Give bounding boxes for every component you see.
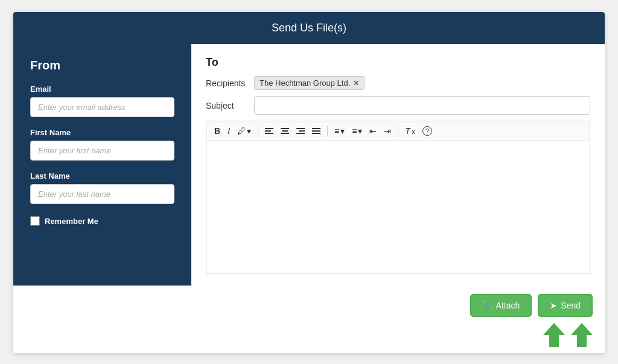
- clear-format-icon: T: [405, 126, 410, 136]
- italic-button[interactable]: I: [225, 124, 233, 138]
- recipients-row: Recipients The Hechtman Group Ltd. ✕: [206, 76, 590, 90]
- highlight-icon: 🖊: [237, 126, 246, 136]
- page-header: Send Us File(s): [13, 12, 605, 44]
- highlight-button[interactable]: 🖊 ▾: [234, 124, 254, 138]
- send-arrow-indicator: [571, 323, 593, 347]
- bold-button[interactable]: B: [211, 124, 223, 138]
- from-title: From: [30, 59, 174, 72]
- body-area: From Email First Name Last Name Remember…: [13, 44, 605, 286]
- attach-label: Attach: [496, 301, 520, 310]
- clear-format-sub: x: [412, 127, 415, 135]
- remove-recipient-button[interactable]: ✕: [353, 79, 359, 88]
- align-justify-icon: [312, 127, 320, 135]
- to-title: To: [206, 56, 590, 69]
- bottom-bar: 📎 Attach ➤ Send: [13, 286, 605, 323]
- arrow-indicators: [13, 323, 605, 353]
- outdent-icon: ⇤: [369, 126, 377, 136]
- recipient-name: The Hechtman Group Ltd.: [260, 78, 350, 88]
- separator-3: [398, 126, 398, 136]
- from-panel: From Email First Name Last Name Remember…: [13, 44, 191, 286]
- indent-icon: ⇥: [384, 126, 391, 136]
- subject-input[interactable]: [254, 96, 590, 115]
- subject-row: Subject: [206, 96, 590, 115]
- send-label: Send: [561, 301, 581, 310]
- help-button[interactable]: ?: [419, 124, 435, 138]
- first-name-input[interactable]: [30, 141, 174, 161]
- ordered-list-dropdown-icon: ▾: [358, 126, 362, 136]
- send-button[interactable]: ➤ Send: [538, 294, 593, 317]
- page-title: Send Us File(s): [272, 22, 346, 34]
- separator-2: [327, 126, 328, 136]
- unordered-list-button[interactable]: ≡ ▾: [331, 124, 348, 138]
- message-editor[interactable]: [206, 141, 590, 273]
- align-center-icon: [281, 127, 289, 135]
- first-name-label: First Name: [30, 128, 174, 137]
- attach-icon: 📎: [482, 301, 492, 310]
- clear-format-button[interactable]: Tx: [402, 124, 418, 138]
- ordered-list-icon: ≡: [352, 126, 357, 136]
- attach-arrow-indicator: [543, 323, 565, 347]
- help-icon: ?: [422, 126, 432, 136]
- editor-toolbar: B I 🖊 ▾: [206, 121, 590, 141]
- to-panel: To Recipients The Hechtman Group Ltd. ✕ …: [191, 44, 605, 286]
- unordered-list-dropdown-icon: ▾: [340, 126, 345, 136]
- align-justify-button[interactable]: [309, 126, 323, 136]
- main-container: Send Us File(s) From Email First Name La…: [13, 12, 605, 353]
- unordered-list-icon: ≡: [334, 126, 339, 136]
- align-center-button[interactable]: [278, 126, 292, 136]
- last-name-input[interactable]: [30, 184, 174, 204]
- svg-marker-12: [543, 323, 565, 347]
- align-left-button[interactable]: [262, 126, 276, 136]
- highlight-dropdown-icon: ▾: [247, 126, 251, 136]
- outdent-button[interactable]: ⇤: [366, 124, 380, 138]
- align-right-button[interactable]: [293, 126, 308, 136]
- subject-label: Subject: [206, 101, 248, 110]
- send-icon: ➤: [550, 301, 557, 310]
- attach-button[interactable]: 📎 Attach: [470, 294, 532, 317]
- svg-marker-13: [571, 323, 593, 347]
- last-name-label: Last Name: [30, 171, 174, 180]
- remember-me-checkbox[interactable]: [30, 216, 40, 226]
- recipients-label: Recipients: [206, 78, 248, 88]
- recipient-tag: The Hechtman Group Ltd. ✕: [254, 76, 365, 90]
- indent-button[interactable]: ⇥: [381, 124, 394, 138]
- ordered-list-button[interactable]: ≡ ▾: [349, 124, 365, 138]
- align-left-icon: [265, 127, 273, 135]
- separator-1: [258, 126, 258, 136]
- email-input[interactable]: [30, 97, 174, 117]
- align-right-icon: [296, 127, 305, 135]
- remember-me-row: Remember Me: [30, 216, 174, 226]
- remember-me-label: Remember Me: [45, 217, 98, 226]
- email-label: Email: [30, 85, 174, 94]
